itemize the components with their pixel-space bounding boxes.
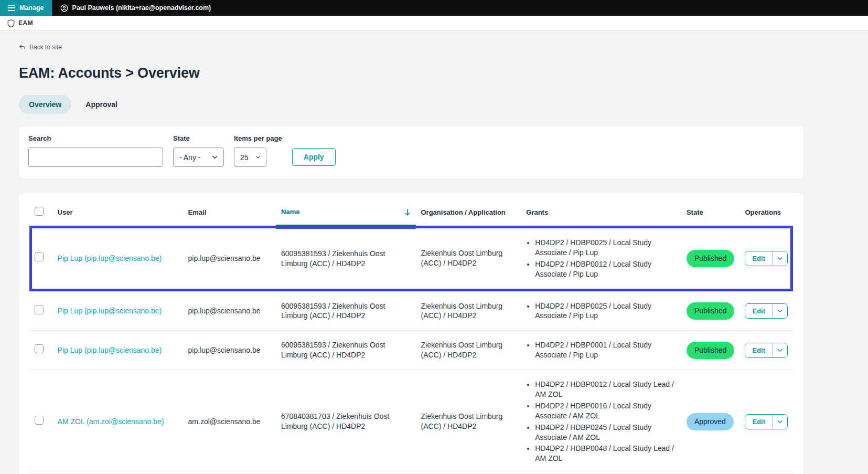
- chevron-down-icon: [777, 420, 783, 424]
- admin-bar: Manage Paul Pauwels (nikita+rae@openadvi…: [0, 0, 868, 16]
- state-label: State: [173, 134, 224, 142]
- edit-button[interactable]: Edit: [745, 304, 772, 318]
- user-link[interactable]: Pip Lup (pip.lup@sciensano.be): [58, 254, 162, 262]
- page-title: EAM: Accounts > Overview: [19, 65, 803, 81]
- row-checkbox[interactable]: [35, 306, 44, 314]
- toolbar-item-eam[interactable]: EAM: [7, 19, 33, 27]
- column-header-name[interactable]: Name: [276, 195, 415, 226]
- row-select-cell: [29, 226, 52, 292]
- state-select-value: - Any -: [179, 153, 200, 162]
- filters-panel: Search State - Any - Items per page 25: [19, 127, 803, 179]
- name-text: 60095381593 / Ziekenhuis Oost Limburg (A…: [281, 249, 385, 268]
- user-link[interactable]: Pip Lup (pip.lup@sciensano.be): [58, 307, 162, 315]
- row-checkbox[interactable]: [35, 344, 44, 353]
- grant-item: HD4DP2 / HDBP0048 / Local Study Lead / A…: [535, 444, 676, 464]
- table-row: Pip Lup (pip.lup@sciensano.be) pip.lup@s…: [29, 331, 793, 370]
- edit-button[interactable]: Edit: [745, 415, 772, 429]
- select-all-cell: [29, 195, 52, 226]
- user-menu-button[interactable]: Paul Pauwels (nikita+rae@openadviser.com…: [52, 0, 220, 16]
- state-badge: Published: [687, 250, 735, 267]
- arrow-down-icon: [404, 208, 411, 216]
- column-header-user: User: [52, 195, 183, 226]
- user-link[interactable]: Pip Lup (pip.lup@sciensano.be): [58, 346, 162, 354]
- column-header-state: State: [681, 195, 740, 226]
- column-header-grants: Grants: [521, 195, 681, 226]
- state-select[interactable]: - Any -: [173, 148, 224, 167]
- user-link[interactable]: AM ZOL (am.zol@sciensano.be): [58, 417, 164, 426]
- back-to-site-link[interactable]: Back to site: [19, 44, 62, 51]
- manage-label: Manage: [19, 4, 44, 12]
- manage-menu-button[interactable]: Manage: [0, 0, 52, 16]
- org-application-text: Ziekenhuis Oost Limburg (ACC) / HD4DP2: [421, 249, 503, 267]
- accounts-table-body: Pip Lup (pip.lup@sciensano.be) pip.lup@s…: [29, 226, 793, 474]
- chevron-down-icon: [777, 309, 783, 313]
- state-badge: Published: [687, 302, 735, 320]
- org-application-text: Ziekenhuis Oost Limburg (ACC) / HD4DP2: [421, 341, 503, 359]
- toolbar-eam-label: EAM: [18, 19, 33, 27]
- table-row: Pip Lup (pip.lup@sciensano.be) pip.lup@s…: [29, 291, 793, 331]
- state-badge: Approved: [687, 413, 734, 430]
- select-all-checkbox[interactable]: [35, 207, 44, 216]
- edit-button[interactable]: Edit: [745, 251, 772, 266]
- accounts-table: User Email Name Organisation / Applicati…: [29, 195, 793, 474]
- grant-item: HD4DP2 / HDBP0025 / Local Study Associat…: [535, 238, 676, 258]
- chevron-down-icon: [256, 155, 260, 159]
- column-header-email: Email: [183, 195, 276, 226]
- items-per-page-field: Items per page 25: [234, 134, 282, 167]
- edit-split-button: Edit: [745, 303, 788, 319]
- accounts-table-card: User Email Name Organisation / Applicati…: [19, 193, 803, 474]
- items-per-page-select[interactable]: 25: [234, 148, 266, 167]
- person-circle-icon: [60, 4, 68, 12]
- row-select-cell: [29, 291, 52, 331]
- tabs: Overview Approval: [19, 95, 803, 114]
- email-text: pip.lup@sciensano.be: [188, 254, 261, 262]
- grant-item: HD4DP2 / HDBP0012 / Local Study Associat…: [535, 259, 676, 279]
- search-field: Search: [28, 134, 163, 167]
- state-badge: Published: [687, 342, 735, 359]
- email-text: pip.lup@sciensano.be: [188, 346, 261, 354]
- edit-button[interactable]: Edit: [745, 343, 772, 357]
- grants-list: HD4DP2 / HDBP0012 / Local Study Lead / A…: [526, 380, 676, 464]
- chevron-down-icon: [777, 349, 783, 352]
- grant-item: HD4DP2 / HDBP0001 / Local Study Associat…: [535, 340, 676, 360]
- org-application-text: Ziekenhuis Oost Limburg (ACC) / HD4DP2: [421, 302, 503, 320]
- column-header-operations: Operations: [740, 195, 793, 226]
- row-checkbox[interactable]: [35, 252, 44, 261]
- edit-dropdown-toggle[interactable]: [772, 343, 787, 357]
- edit-split-button: Edit: [745, 343, 788, 358]
- page-content: Back to site EAM: Accounts > Overview Ov…: [0, 31, 868, 474]
- apply-button[interactable]: Apply: [292, 148, 336, 166]
- state-field: State - Any -: [173, 134, 224, 167]
- table-row: Pip Lup (pip.lup@sciensano.be) pip.lup@s…: [29, 226, 793, 292]
- edit-dropdown-toggle[interactable]: [772, 251, 787, 266]
- items-per-page-label: Items per page: [234, 134, 282, 142]
- grants-list: HD4DP2 / HDBP0025 / Local Study Associat…: [526, 301, 676, 321]
- hamburger-icon: [8, 5, 15, 11]
- tab-overview[interactable]: Overview: [19, 95, 71, 114]
- edit-split-button: Edit: [745, 414, 788, 429]
- shield-icon: [7, 19, 15, 27]
- name-text: 60095381593 / Ziekenhuis Oost Limburg (A…: [281, 341, 385, 359]
- grant-item: HD4DP2 / HDBP0016 / Local Study Associat…: [535, 401, 676, 421]
- chevron-down-icon: [212, 155, 218, 159]
- name-text: 670840381703 / Ziekenhuis Oost Limburg (…: [281, 412, 389, 430]
- back-to-site-label: Back to site: [29, 44, 62, 51]
- tab-approval[interactable]: Approval: [76, 95, 127, 114]
- email-text: am.zol@sciensano.be: [188, 417, 261, 426]
- edit-split-button: Edit: [745, 251, 788, 266]
- table-row: AM ZOL (am.zol@sciensano.be) am.zol@scie…: [29, 370, 793, 473]
- grant-item: HD4DP2 / HDBP0025 / Local Study Associat…: [535, 301, 676, 321]
- row-select-cell: [29, 331, 52, 370]
- toolbar: EAM: [0, 16, 868, 31]
- items-per-page-value: 25: [240, 153, 249, 162]
- search-label: Search: [28, 134, 163, 142]
- grant-item: HD4DP2 / HDBP0012 / Local Study Lead / A…: [535, 380, 676, 399]
- edit-dropdown-toggle[interactable]: [772, 415, 787, 429]
- edit-dropdown-toggle[interactable]: [772, 304, 787, 318]
- search-input[interactable]: [28, 148, 163, 167]
- name-text: 60095381593 / Ziekenhuis Oost Limburg (A…: [281, 302, 385, 320]
- row-checkbox[interactable]: [35, 416, 44, 425]
- email-text: pip.lup@sciensano.be: [188, 307, 261, 315]
- table-header-row: User Email Name Organisation / Applicati…: [29, 195, 793, 226]
- org-application-text: Ziekenhuis Oost Limburg (ACC) / HD4DP2: [421, 412, 503, 430]
